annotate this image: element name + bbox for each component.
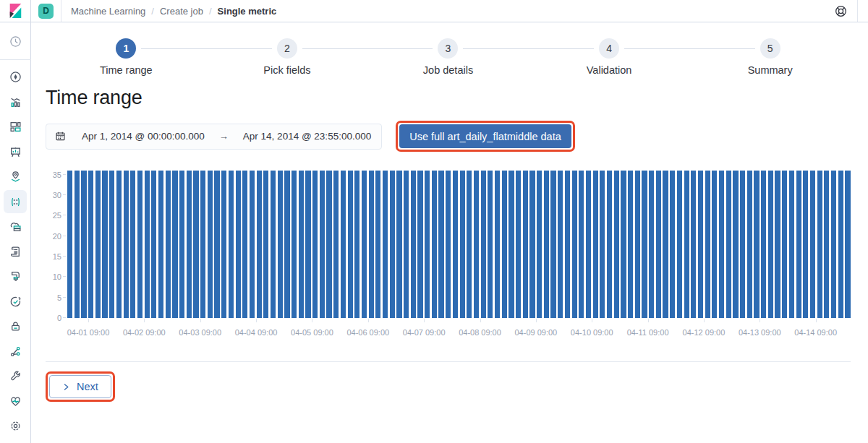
y-axis-tick-label: 10 bbox=[40, 272, 61, 281]
breadcrumb-create-job[interactable]: Create job bbox=[160, 6, 203, 17]
breadcrumb-separator: / bbox=[209, 6, 212, 17]
chart-bar bbox=[586, 171, 591, 318]
easel-icon bbox=[9, 146, 22, 158]
chart-bar bbox=[158, 171, 163, 318]
y-axis-tick-label: 25 bbox=[40, 211, 61, 220]
chart-bar bbox=[214, 171, 219, 318]
end-date[interactable]: Apr 14, 2014 @ 23:55:00.000 bbox=[243, 131, 371, 142]
chart-bar bbox=[775, 171, 780, 318]
sidebar-item-logs[interactable] bbox=[4, 240, 27, 263]
sidebar-item-infrastructure[interactable] bbox=[4, 215, 27, 238]
y-axis-tick-label: 0 bbox=[40, 314, 61, 322]
chart-bar bbox=[782, 171, 787, 318]
sidebar-item-recently-viewed[interactable] bbox=[4, 30, 27, 53]
kibana-logo-button[interactable] bbox=[0, 0, 31, 22]
chart-bar bbox=[193, 171, 198, 318]
chart-bar bbox=[326, 171, 331, 318]
start-date[interactable]: Apr 1, 2014 @ 00:00:00.000 bbox=[82, 131, 205, 142]
help-button[interactable] bbox=[824, 0, 857, 22]
chart-bar bbox=[712, 171, 717, 318]
chart-bar bbox=[236, 171, 241, 318]
sidebar-item-maps[interactable] bbox=[4, 165, 27, 189]
x-axis-tick-label: 04-05 09:00 bbox=[291, 328, 333, 337]
x-axis-tick bbox=[200, 319, 201, 322]
x-axis-tick-label: 04-02 09:00 bbox=[123, 328, 166, 337]
sidebar-item-dashboard[interactable] bbox=[4, 116, 27, 139]
step-job-details: 3 Job details bbox=[367, 38, 529, 76]
step-2-circle: 2 bbox=[277, 38, 297, 59]
app-sidebar bbox=[0, 22, 31, 443]
x-axis-tick-label: 04-13 09:00 bbox=[739, 328, 781, 337]
chart-bar bbox=[481, 171, 486, 318]
kibana-window: D Machine Learning / Create job / Single… bbox=[0, 0, 868, 443]
chart-bar bbox=[417, 171, 422, 318]
heartbeat-icon bbox=[9, 395, 22, 408]
sidebar-item-monitoring[interactable] bbox=[4, 390, 27, 413]
chart-bar bbox=[747, 171, 752, 318]
chart-bar bbox=[151, 171, 156, 318]
x-axis-tick bbox=[760, 319, 760, 322]
compass-icon bbox=[9, 71, 22, 83]
chart-bar bbox=[362, 171, 367, 318]
chart-bar bbox=[579, 171, 584, 318]
sidebar-item-siem[interactable] bbox=[4, 315, 27, 338]
chart-bar bbox=[88, 171, 93, 318]
chart-bar bbox=[649, 171, 654, 318]
y-axis-tick bbox=[63, 174, 66, 175]
y-axis-tick-label: 30 bbox=[40, 191, 61, 199]
x-axis-tick bbox=[592, 319, 592, 322]
sidebar-item-management[interactable] bbox=[4, 415, 27, 438]
chart-bar bbox=[803, 171, 808, 318]
chart-bar bbox=[467, 171, 472, 318]
step-5-label: Summary bbox=[689, 64, 851, 76]
breadcrumb-machine-learning[interactable]: Machine Learning bbox=[71, 6, 145, 17]
breadcrumb-single-metric: Single metric bbox=[218, 6, 277, 17]
chart-bar bbox=[271, 171, 276, 318]
chart-bar bbox=[130, 171, 135, 318]
chart-bar bbox=[523, 171, 528, 318]
x-axis-tick bbox=[536, 319, 537, 322]
x-axis-tick bbox=[256, 319, 257, 322]
x-axis-tick bbox=[312, 319, 312, 322]
sidebar-item-dev-tools[interactable] bbox=[4, 365, 27, 388]
chart-bar bbox=[341, 171, 346, 318]
y-axis-tick bbox=[63, 276, 66, 277]
space-avatar[interactable]: D bbox=[38, 4, 54, 19]
chart-bar bbox=[284, 171, 289, 318]
periscope-icon bbox=[9, 270, 22, 283]
chart-bar bbox=[656, 171, 661, 318]
sidebar-item-apm[interactable] bbox=[4, 265, 27, 288]
chart-bar bbox=[369, 171, 374, 318]
chart-bar bbox=[810, 171, 815, 318]
next-button[interactable]: Next bbox=[49, 375, 111, 398]
chart-bar bbox=[124, 171, 129, 318]
sidebar-item-uptime[interactable] bbox=[4, 290, 27, 313]
step-1-label: Time range bbox=[46, 64, 207, 76]
chart-bar bbox=[698, 171, 703, 318]
chart-bar bbox=[166, 171, 171, 318]
sidebar-item-visualize[interactable] bbox=[4, 90, 27, 113]
step-time-range: 1 Time range bbox=[46, 38, 207, 76]
date-range-picker[interactable]: Apr 1, 2014 @ 00:00:00.000 → Apr 14, 201… bbox=[46, 124, 382, 150]
chart-bar bbox=[299, 171, 304, 318]
calendar-icon[interactable] bbox=[55, 131, 66, 142]
y-axis-tick bbox=[63, 256, 66, 257]
sidebar-item-machine-learning[interactable] bbox=[4, 190, 27, 213]
sidebar-item-canvas[interactable] bbox=[4, 140, 27, 163]
sidebar-item-discover[interactable] bbox=[4, 66, 27, 89]
chart-bar bbox=[537, 171, 542, 318]
chart-bar bbox=[600, 171, 605, 318]
chart-bar bbox=[740, 171, 745, 318]
step-summary: 5 Summary bbox=[689, 38, 851, 76]
x-axis-tick bbox=[816, 319, 817, 322]
chart-bar bbox=[221, 171, 226, 318]
sidebar-item-graph[interactable] bbox=[4, 340, 27, 363]
chart-bar bbox=[488, 171, 493, 318]
chart-bar bbox=[733, 171, 738, 318]
chart-bar bbox=[305, 171, 310, 318]
chart-bar bbox=[453, 171, 458, 318]
chart-bar bbox=[312, 171, 318, 318]
use-full-data-button[interactable]: Use full art_daily_flatmiddle data bbox=[399, 124, 571, 148]
main-content: 1 Time range 2 Pick fields 3 Job details… bbox=[31, 22, 868, 443]
chart-bar bbox=[432, 171, 437, 318]
